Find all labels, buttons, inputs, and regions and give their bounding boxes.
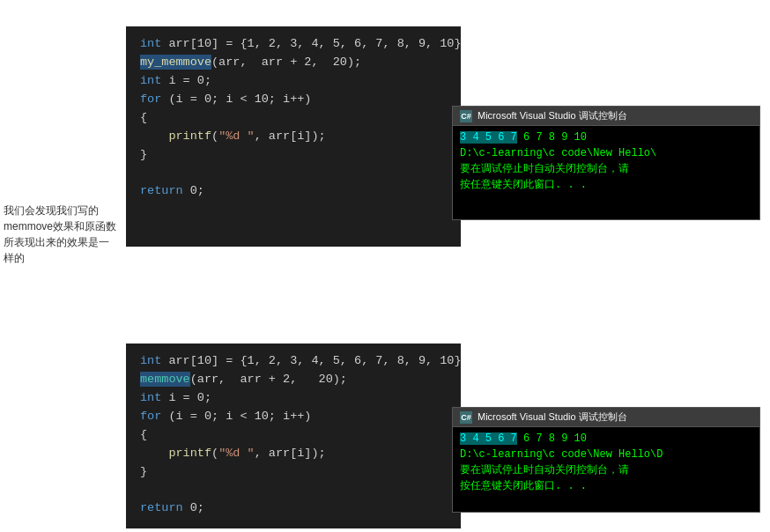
code-block-bottom: int arr[10] = {1, 2, 3, 4, 5, 6, 7, 8, 9… [126, 344, 461, 528]
annotation-text: 我们会发现我们写的memmove效果和原函数 所表现出来的效果是一样的 [4, 203, 118, 266]
code-line-b8 [126, 481, 461, 499]
code-line-7: } [126, 146, 461, 165]
console-titlebar-bottom: C# Microsoft Visual Studio 调试控制台 [453, 408, 759, 427]
code-line-9: return 0; [126, 182, 461, 201]
code-line-b4: for (i = 0; i < 10; i++) [126, 408, 461, 426]
console-output-b3: 要在调试停止时自动关闭控制台，请 [460, 462, 752, 478]
code-line-b9: return 0; [126, 499, 461, 518]
code-line-b3: int i = 0; [126, 389, 461, 408]
code-line-b7: } [126, 463, 461, 482]
code-line-3: int i = 0; [126, 72, 461, 91]
console-icon-bottom: C# [460, 411, 472, 424]
console-body-top: 3 4 5 6 7 6 7 8 9 10 D:\c-learning\c cod… [453, 126, 759, 196]
console-output-b2: D:\c-learning\c code\New Hello\D [460, 447, 752, 462]
code-line-b1: int arr[10] = {1, 2, 3, 4, 5, 6, 7, 8, 9… [126, 352, 461, 371]
code-line-1: int arr[10] = {1, 2, 3, 4, 5, 6, 7, 8, 9… [126, 35, 461, 54]
code-line-b5: { [126, 426, 461, 445]
code-line-5: { [126, 109, 461, 128]
console-body-bottom: 3 4 5 6 7 6 7 8 9 10 D:\c-learning\c cod… [453, 427, 759, 498]
code-block-top: int arr[10] = {1, 2, 3, 4, 5, 6, 7, 8, 9… [126, 26, 461, 247]
console-output-b4: 按任意键关闭此窗口. . . [460, 478, 752, 494]
console-top: C# Microsoft Visual Studio 调试控制台 3 4 5 6… [452, 106, 760, 220]
console-output-4: 按任意键关闭此窗口. . . [460, 177, 752, 193]
annotation-content: 我们会发现我们写的memmove效果和原函数 所表现出来的效果是一样的 [4, 204, 116, 264]
console-output-1: 3 4 5 6 7 6 7 8 9 10 [460, 129, 752, 145]
console-title-bottom: Microsoft Visual Studio 调试控制台 [478, 410, 627, 424]
console-output-2: D:\c-learning\c code\New Hello\ [460, 145, 752, 161]
console-bottom: C# Microsoft Visual Studio 调试控制台 3 4 5 6… [452, 407, 760, 513]
console-title-top: Microsoft Visual Studio 调试控制台 [478, 109, 627, 122]
code-line-2: my_memmove(arr, arr + 2, 20); [126, 54, 461, 72]
code-line-b6: printf("%d ", arr[i]); [126, 445, 461, 463]
console-output-3: 要在调试停止时自动关闭控制台，请 [460, 161, 752, 177]
code-line-6: printf("%d ", arr[i]); [126, 128, 461, 146]
code-line-8 [126, 164, 461, 182]
console-highlight-top: 3 4 5 6 7 [460, 131, 517, 144]
console-icon-top: C# [460, 110, 472, 122]
console-rest-top: 6 7 8 9 10 [517, 131, 587, 144]
console-rest-bottom: 6 7 8 9 10 [517, 432, 587, 445]
code-line-b2: memmove(arr, arr + 2, 20); [126, 371, 461, 389]
console-titlebar-top: C# Microsoft Visual Studio 调试控制台 [453, 107, 759, 126]
console-output-b1: 3 4 5 6 7 6 7 8 9 10 [460, 431, 752, 447]
code-line-4: for (i = 0; i < 10; i++) [126, 91, 461, 109]
console-highlight-bottom: 3 4 5 6 7 [460, 432, 517, 445]
